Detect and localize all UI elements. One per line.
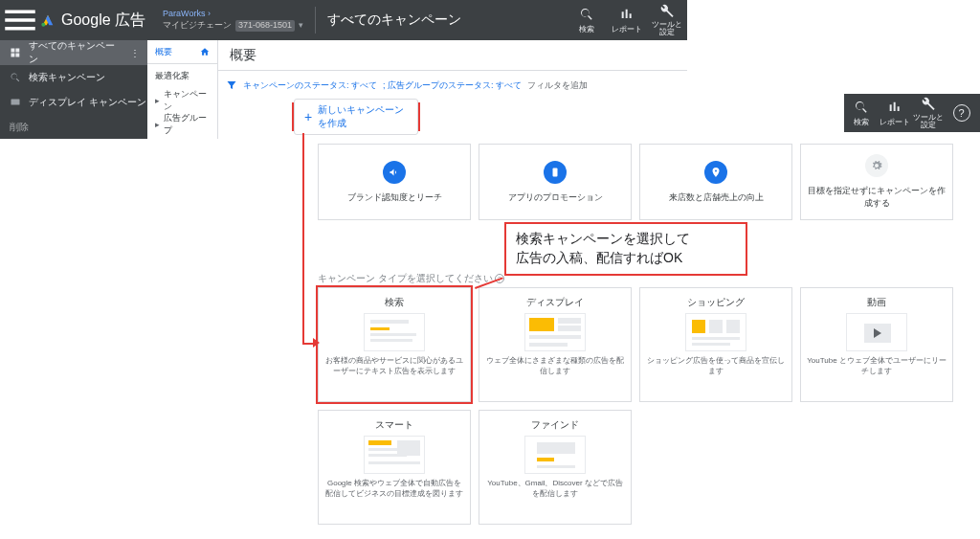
gear-icon xyxy=(865,154,888,177)
search-button[interactable]: 検索 xyxy=(567,4,607,36)
caret-icon: ▸ xyxy=(155,120,160,129)
subnav-optimization[interactable]: 最適化案 xyxy=(147,64,217,88)
more-icon[interactable]: ⋮ xyxy=(130,48,140,58)
annotation-box: 検索キャンペーンを選択して 広告の入稿、配信すればOK xyxy=(504,222,747,276)
account-name: マイビジチェーン xyxy=(163,20,232,32)
page-title: 概要 xyxy=(218,40,687,71)
filter-icon[interactable] xyxy=(226,79,237,91)
top-header: Google 広告 ParaWorks › マイビジチェーン 371-068-1… xyxy=(0,0,687,40)
goal-card-brand[interactable]: ブランド認知度とリーチ xyxy=(318,144,471,220)
separator xyxy=(315,7,316,34)
goal-cards-row: ブランド認知度とリーチ アプリのプロモーション 来店数と店舗売上の向上 目標を指… xyxy=(318,144,953,220)
nav-display-campaign[interactable]: ディスプレイ キャンペーン xyxy=(0,90,147,115)
annotation-arrow xyxy=(302,133,304,345)
add-filter[interactable]: フィルタを追加 xyxy=(527,79,588,92)
help-icon: ? xyxy=(953,104,970,122)
reports-icon xyxy=(887,100,902,115)
search-thumb-icon xyxy=(364,313,425,351)
filter-bar: キャンペーンのステータス: すべて; 広告グループのステータス: すべて フィル… xyxy=(218,71,687,100)
pin-icon xyxy=(704,161,727,184)
search-icon xyxy=(579,7,594,22)
display-thumb-icon xyxy=(524,313,586,351)
goal-card-store[interactable]: 来店数と店舗売上の向上 xyxy=(639,144,792,220)
video-thumb-icon xyxy=(846,313,907,351)
svg-rect-2 xyxy=(553,168,558,176)
left-nav: すべてのキャンペーン ⋮ 検索キャンペーン ディスプレイ キャンペーン 削除 xyxy=(0,40,147,139)
caret-icon: ▸ xyxy=(155,96,160,105)
nav-search-campaign[interactable]: 検索キャンペーン xyxy=(0,65,147,90)
secondary-header: 検索 レポート ツールと 設定 ? xyxy=(844,94,980,132)
wrench-icon xyxy=(921,97,936,112)
wrench-icon xyxy=(659,4,675,19)
product-name: Google 広告 xyxy=(61,11,145,31)
goal-card-none[interactable]: 目標を指定せずにキャンペーンを作成する xyxy=(800,144,953,220)
header-title: すべてのキャンペーン xyxy=(327,11,461,29)
account-id: 371-068-1501 xyxy=(235,20,295,32)
chevron-down-icon[interactable]: ▾ xyxy=(299,20,303,32)
phone-icon xyxy=(544,161,567,184)
search-icon xyxy=(854,100,869,115)
type-card-display[interactable]: ディスプレイ ウェブ全体にさまざまな種類の広告を配信します xyxy=(479,287,632,402)
annotation-highlight-new-campaign: + 新しいキャンペーンを作成 xyxy=(292,102,420,131)
subnav-campaigns[interactable]: ▸ キャンペーン xyxy=(147,88,217,112)
shopping-thumb-icon xyxy=(685,313,746,351)
svg-rect-1 xyxy=(11,100,20,105)
parent-account-link[interactable]: ParaWorks xyxy=(163,9,205,18)
search-button-2[interactable]: 検索 xyxy=(844,100,878,127)
menu-icon[interactable] xyxy=(0,0,40,40)
sub-nav: 概要 最適化案 ▸ キャンペーン ▸ 広告グループ xyxy=(147,40,218,139)
grid-icon xyxy=(10,47,21,58)
filter-chip-2[interactable]: ; 広告グループのステータス: すべて xyxy=(383,79,522,92)
home-icon xyxy=(200,47,210,56)
type-card-video[interactable]: 動画 YouTube とウェブ全体でユーザーにリーチします xyxy=(800,287,953,402)
annotation-arrow-head xyxy=(313,338,320,348)
type-card-find[interactable]: ファインド YouTube、Gmail、Discover などで広告を配信します xyxy=(479,410,632,525)
svg-point-0 xyxy=(41,23,45,27)
new-campaign-button[interactable]: + 新しいキャンペーンを作成 xyxy=(294,99,418,135)
tools-button[interactable]: ツールと 設定 xyxy=(647,4,687,36)
nav-all-campaigns[interactable]: すべてのキャンペーン ⋮ xyxy=(0,40,147,65)
smart-thumb-icon xyxy=(364,436,425,474)
megaphone-icon xyxy=(383,161,406,184)
display-nav-icon xyxy=(10,97,21,108)
type-card-search[interactable]: 検索 お客様の商品やサービスに関心があるユーザーにテキスト広告を表示します xyxy=(318,287,471,402)
filter-chip-1[interactable]: キャンペーンのステータス: すべて xyxy=(243,79,377,92)
type-cards-row-2: スマート Google 検索やウェブ全体で自動広告を配信してビジネスの目標達成を… xyxy=(318,410,632,525)
tools-button-2[interactable]: ツールと 設定 xyxy=(911,97,945,129)
account-breadcrumb: ParaWorks › マイビジチェーン 371-068-1501 ▾ xyxy=(163,9,303,31)
type-card-shopping[interactable]: ショッピング ショッピング広告を使って商品を宣伝します xyxy=(639,287,792,402)
subnav-overview[interactable]: 概要 xyxy=(147,40,217,64)
help-button[interactable]: ? xyxy=(945,104,978,122)
nav-deleted[interactable]: 削除 xyxy=(0,115,147,140)
search-nav-icon xyxy=(10,72,21,83)
subnav-adgroups[interactable]: ▸ 広告グループ xyxy=(147,112,217,136)
type-cards-row-1: 検索 お客様の商品やサービスに関心があるユーザーにテキスト広告を表示します ディ… xyxy=(318,287,953,402)
reports-button[interactable]: レポート xyxy=(607,4,647,36)
find-thumb-icon xyxy=(524,436,586,474)
google-ads-logo[interactable]: Google 広告 xyxy=(40,11,145,31)
goal-card-app[interactable]: アプリのプロモーション xyxy=(479,144,632,220)
reports-icon xyxy=(619,7,635,22)
section-label: キャンペーン タイプを選択してください ? xyxy=(318,272,504,285)
reports-button-2[interactable]: レポート xyxy=(878,100,911,127)
header-actions: 検索 レポート ツールと 設定 xyxy=(567,4,687,36)
tooltip-icon[interactable]: ? xyxy=(495,274,504,283)
type-card-smart[interactable]: スマート Google 検索やウェブ全体で自動広告を配信してビジネスの目標達成を… xyxy=(318,410,471,525)
